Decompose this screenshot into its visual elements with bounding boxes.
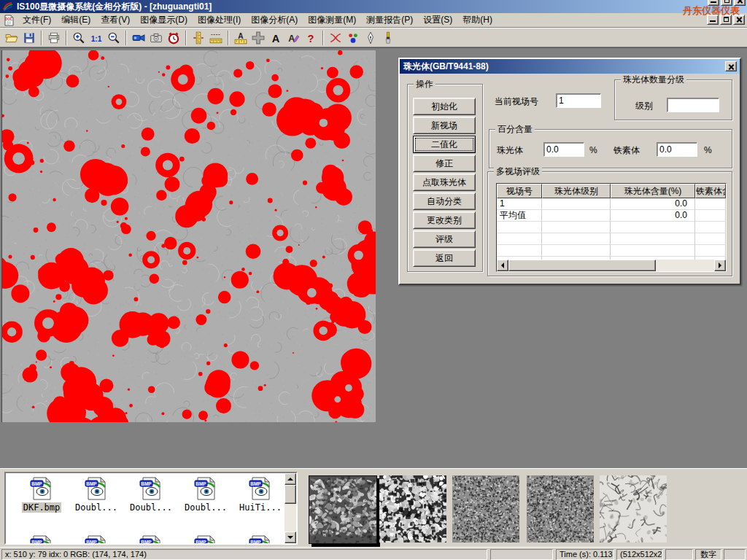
menu-image-display[interactable]: 图像显示(D) [135,12,193,28]
curve-cut-icon[interactable] [327,29,344,46]
file-item[interactable]: BMP [180,534,231,545]
open-file-icon[interactable] [3,29,20,46]
close-icon [729,64,734,69]
thumbnail-3[interactable] [452,475,519,542]
child-minimize-button[interactable] [707,15,719,25]
dialog-title-bar[interactable]: 珠光体(GB/T9441-88) [400,59,740,74]
menu-image-measure[interactable]: 图像测量(M) [303,12,361,28]
file-name: DKF.bmp [22,502,62,513]
child-close-button[interactable] [733,15,745,25]
arrow-left-icon [498,262,504,268]
file-name: Doubl... [183,502,228,513]
header-pearlite-level[interactable]: 珠光体级别 [542,184,611,198]
file-name: Doubl... [128,502,174,513]
title-bar: IS100显微摄像系统(金相分析版) - [zhuguangti01] [0,0,747,13]
thumbnail-5[interactable] [600,475,667,542]
thumbnail-1[interactable] [309,475,377,544]
change-class-button[interactable]: 更改类别 [413,211,476,229]
dialog-close-button[interactable] [725,61,737,71]
file-list-scrollbar[interactable] [285,473,296,543]
save-icon[interactable] [20,29,38,46]
file-item[interactable]: BMP [125,534,177,545]
zoom-out-icon[interactable] [105,29,123,46]
file-item[interactable]: BMP [16,534,67,545]
menu-view[interactable]: 查看(V) [96,12,135,28]
initialize-button[interactable]: 初始化 [413,98,476,115]
thumbnail-2[interactable] [379,475,446,542]
scrollbar-thumb[interactable] [508,260,656,271]
actual-size-icon[interactable]: 1:1 [88,29,105,46]
current-field-input[interactable] [556,93,601,108]
app-icon [2,1,14,12]
menu-report[interactable]: 测量报告(P) [361,12,418,28]
scroll-down-button[interactable] [285,532,296,543]
grid-cross-icon[interactable] [249,29,267,46]
status-bar: x: 510 y: 79 idx: 0 RGB: (174, 174, 174)… [0,547,747,560]
edit-label-icon[interactable]: A [285,29,302,46]
ruler-icon[interactable] [207,29,225,46]
main-image[interactable] [1,50,376,422]
thumbnail-4[interactable] [527,475,594,542]
pick-pearlite-button[interactable]: 点取珠光体 [413,174,476,191]
file-item[interactable]: BMP [235,534,286,545]
svg-text:BMP: BMP [250,540,261,545]
operation-group-label: 操作 [414,79,436,89]
color-classify-icon[interactable] [344,29,362,46]
window-restore-button[interactable] [721,0,732,6]
window-close-button[interactable] [734,0,746,6]
pearlite-percent-input[interactable] [543,142,584,157]
toolbar-separator [185,31,187,45]
file-item-doubl3[interactable]: BMP Doubl... [180,476,231,513]
arrow-right-icon [719,262,724,268]
file-item-doubl1[interactable]: BMP Doubl... [71,476,122,513]
menu-edit[interactable]: 编辑(E) [56,12,96,28]
document-icon[interactable]: DOC [3,15,15,26]
file-item[interactable]: BMP [71,534,122,545]
bmp-file-icon: BMP [193,476,218,501]
bmp-file-icon: BMP [29,534,54,545]
file-item-dkf[interactable]: BMP DKF.bmp [16,476,67,513]
caliper-icon[interactable] [190,29,207,46]
menu-settings[interactable]: 设置(S) [418,12,457,28]
menu-help[interactable]: 帮助(H) [457,12,498,28]
child-restore-button[interactable] [720,15,732,25]
scroll-left-button[interactable] [497,260,508,271]
measure-text-icon[interactable]: A [232,29,249,46]
new-field-button[interactable]: 新视场 [413,117,476,134]
capture-icon[interactable] [147,29,165,46]
file-item-doubl2[interactable]: BMP Doubl... [125,476,177,513]
video-camera-icon[interactable] [130,29,147,46]
timer-icon[interactable] [165,29,182,46]
correct-button[interactable]: 修正 [413,155,476,172]
brush-icon[interactable] [379,29,397,46]
return-button[interactable]: 返回 [413,249,476,267]
header-ferrite-content[interactable]: 铁素体含量(%) [695,184,726,198]
ferrite-percent-input[interactable] [657,142,697,157]
scroll-up-button[interactable] [285,473,296,485]
menu-image-process[interactable]: 图像处理(I) [193,12,246,28]
status-empty-panel [490,549,553,560]
scrollbar-thumb[interactable] [285,485,296,504]
rate-button[interactable]: 评级 [413,230,476,248]
file-item-huiti[interactable]: BMP HuiTi... [235,476,286,513]
pen-icon[interactable] [362,29,379,46]
level-label: 级别 [635,101,653,111]
header-pearlite-content[interactable]: 珠光体含量(%) [611,184,695,198]
table-horizontal-scrollbar[interactable] [497,260,726,271]
zoom-in-icon[interactable] [70,29,88,46]
window-minimize-button[interactable] [708,0,719,6]
menu-file[interactable]: 文件(F) [18,12,56,28]
auto-classify-button[interactable]: 自动分类 [413,192,476,210]
svg-text:BMP: BMP [250,481,261,486]
table-row[interactable]: 平均值 0.0 [497,210,726,222]
table-row[interactable]: 1 0.0 [497,198,726,210]
cell-ferrite [695,210,726,222]
header-field-no[interactable]: 视场号 [497,184,542,198]
scroll-right-button[interactable] [714,260,726,271]
binarize-button[interactable]: 二值化 [413,136,476,153]
menu-image-analysis[interactable]: 图像分析(A) [246,12,303,28]
level-input[interactable] [667,98,719,112]
print-icon[interactable] [45,29,63,46]
help-icon[interactable]: ? [302,29,320,46]
text-label-icon[interactable]: A [267,29,285,46]
